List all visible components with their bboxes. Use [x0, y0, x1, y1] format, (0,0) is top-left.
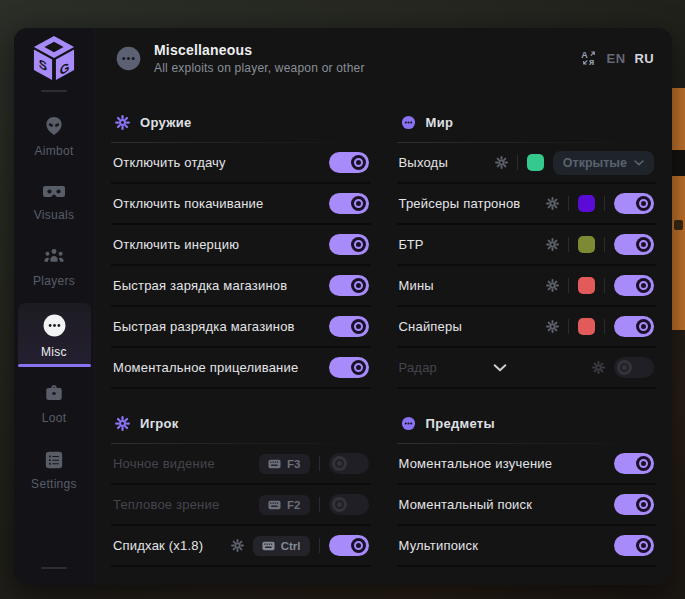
sidebar-item-aimbot[interactable]: Aimbot [18, 105, 91, 166]
row-controls [546, 193, 654, 214]
hotkey-badge[interactable]: Ctrl [253, 536, 310, 556]
sidebar-item-settings[interactable]: Settings [18, 440, 91, 499]
toggle-switch[interactable] [614, 494, 654, 515]
page-subtitle: All exploits on player, weapon or other [154, 61, 365, 75]
dropdown-value: Открытые [563, 156, 627, 170]
svg-text:A: A [581, 50, 588, 60]
hotkey-badge[interactable]: F2 [259, 495, 309, 515]
color-swatch[interactable] [527, 154, 544, 171]
left-column: ОружиеОтключить отдачуОтключить покачива… [111, 88, 371, 585]
feature-row: Отключить покачивание [111, 184, 371, 225]
toggle-knob [351, 538, 366, 553]
active-tab-indicator [18, 364, 91, 367]
row-controls [614, 494, 654, 515]
dropdown-select[interactable]: Открытые [553, 151, 654, 175]
row-controls [546, 316, 654, 337]
gear-icon[interactable] [495, 156, 508, 169]
hotkey-label: F3 [287, 458, 300, 470]
toggle-switch[interactable] [614, 234, 654, 255]
toggle-switch[interactable] [614, 357, 654, 378]
sidebar-item-players[interactable]: Players [18, 237, 91, 296]
row-controls [329, 316, 369, 337]
toggle-knob [636, 497, 651, 512]
gear-icon [115, 416, 130, 431]
svg-text:я: я [589, 57, 594, 67]
feature-row: Мины [397, 266, 657, 307]
control-separator [568, 319, 569, 334]
language-switcher: Aя EN RU [580, 49, 654, 67]
feature-label: Отключить инерцию [113, 237, 239, 252]
sidebar-bottom-divider [41, 567, 67, 569]
toggle-switch[interactable] [329, 453, 369, 474]
toggle-switch[interactable] [329, 316, 369, 337]
toggle-switch[interactable] [614, 535, 654, 556]
toggle-switch[interactable] [329, 152, 369, 173]
feature-label: Моментальное изучение [399, 456, 553, 471]
gear-icon[interactable] [546, 279, 559, 292]
sidebar-item-label: Settings [31, 477, 77, 491]
toggle-switch[interactable] [329, 357, 369, 378]
toggle-switch[interactable] [329, 535, 369, 556]
cheat-menu-window: S G AimbotVisualsPlayersMiscLootSettings… [14, 28, 672, 585]
toggle-knob [636, 538, 651, 553]
toggle-knob [351, 360, 366, 375]
game-scene-fragment [672, 88, 685, 330]
page-header: Miscellaneous All exploits on player, we… [95, 28, 672, 88]
toggle-switch[interactable] [614, 453, 654, 474]
feature-label: Отключить отдачу [113, 155, 226, 170]
feature-row: Моментальный поиск [397, 485, 657, 526]
gear-icon[interactable] [592, 361, 605, 374]
sidebar: S G AimbotVisualsPlayersMiscLootSettings [14, 28, 95, 585]
briefcase-icon [43, 384, 65, 404]
row-controls [546, 234, 654, 255]
hotkey-badge[interactable]: F3 [259, 454, 309, 474]
game-background: S G AimbotVisualsPlayersMiscLootSettings… [0, 0, 685, 599]
row-controls [546, 275, 654, 296]
control-separator [604, 319, 605, 334]
control-separator [568, 278, 569, 293]
vr-headset-icon [42, 183, 66, 201]
feature-label: Моментальный поиск [399, 497, 533, 512]
gear-icon[interactable] [546, 197, 559, 210]
toggle-switch[interactable] [329, 193, 369, 214]
row-controls: F3 [259, 453, 368, 474]
row-controls [329, 275, 369, 296]
control-separator [517, 155, 518, 170]
color-swatch[interactable] [578, 195, 595, 212]
content-columns: ОружиеОтключить отдачуОтключить покачива… [95, 88, 672, 585]
feature-row: Снайперы [397, 307, 657, 348]
section-title: Мир [426, 115, 454, 130]
sidebar-item-loot[interactable]: Loot [18, 374, 91, 433]
toggle-switch[interactable] [329, 234, 369, 255]
toggle-switch[interactable] [329, 275, 369, 296]
feature-label: БТР [399, 237, 424, 252]
chevron-down-icon[interactable] [493, 364, 507, 372]
gear-icon[interactable] [546, 238, 559, 251]
control-separator [319, 456, 320, 471]
color-swatch[interactable] [578, 277, 595, 294]
gear-icon[interactable] [546, 320, 559, 333]
lang-ru-button[interactable]: RU [634, 51, 654, 66]
right-column: МирВыходыОткрытыеТрейсеры патроновБТРМин… [397, 88, 657, 585]
toggle-switch[interactable] [614, 193, 654, 214]
toggle-switch[interactable] [329, 494, 369, 515]
section-header: Оружие [111, 88, 371, 142]
sidebar-item-label: Aimbot [34, 144, 73, 158]
sidebar-item-label: Visuals [34, 208, 75, 222]
feature-row: Мультипоиск [397, 526, 657, 567]
sidebar-item-visuals[interactable]: Visuals [18, 173, 91, 230]
color-swatch[interactable] [578, 236, 595, 253]
lang-en-button[interactable]: EN [607, 51, 626, 66]
toggle-switch[interactable] [614, 275, 654, 296]
sidebar-item-misc[interactable]: Misc [18, 303, 91, 367]
section-title: Оружие [140, 115, 192, 130]
alien-icon [43, 115, 65, 137]
toggle-knob [636, 237, 651, 252]
feature-label: Моментальное прицеливание [113, 360, 298, 375]
toggle-switch[interactable] [614, 316, 654, 337]
toggle-knob [636, 278, 651, 293]
feature-row: Моментальное прицеливание [111, 348, 371, 389]
gear-icon[interactable] [231, 539, 244, 552]
color-swatch[interactable] [578, 318, 595, 335]
section-title: Игрок [140, 416, 179, 431]
